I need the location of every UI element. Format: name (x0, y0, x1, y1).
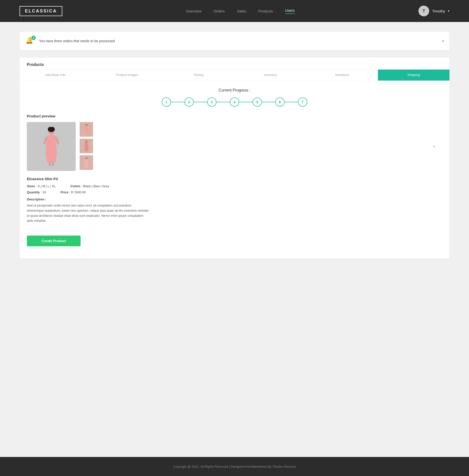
header: ELCASSICA Overview Orders Sales Products… (0, 0, 469, 22)
tab-shipping[interactable]: Shipping (378, 70, 450, 80)
description-text: Sed ut perspiciatis unde omnis iste natu… (27, 203, 149, 223)
nav-sales[interactable]: Sales (237, 9, 246, 13)
progress-section: Current Progress : 1 2 3 4 5 6 7 (19, 81, 450, 109)
step-5: 5 (252, 97, 262, 107)
step-4: 4 (230, 97, 239, 107)
step-6: 6 (275, 97, 285, 107)
nav-overview[interactable]: Overview (186, 9, 201, 13)
thumbnail-images (80, 122, 93, 171)
price-value: R 1500.00 (71, 190, 86, 194)
main-product-image (27, 122, 76, 171)
thumb-svg-3 (83, 157, 90, 168)
quantity-separator: : (41, 190, 42, 194)
close-icon[interactable]: × (442, 38, 445, 44)
price-separator: : (69, 190, 71, 194)
progress-steps: 1 2 3 4 5 6 7 (29, 97, 440, 107)
thumb-2 (80, 139, 93, 153)
main-content: 🔔 3 You have three orders that needs to … (0, 22, 469, 457)
dress-svg-main (37, 127, 66, 166)
product-name: Elcassica Slim Fit (27, 177, 442, 181)
price-detail: Price : R 1500.00 (61, 190, 86, 194)
step-7: 7 (298, 97, 307, 107)
sizes-label: Sizes (27, 184, 35, 188)
quantity-detail: Quantity : 18 (27, 190, 46, 194)
progress-label: Current Progress : (29, 88, 440, 93)
footer: Copyright @ 2021. All Rights Reserved | … (0, 457, 469, 476)
footer-text: Copyright @ 2021. All Rights Reserved | … (173, 465, 296, 468)
sizes-colors-row: Sizes : S | M | L | XL Colors : Black | … (27, 184, 442, 188)
quantity-value: 18 (43, 190, 46, 194)
sizes-value: S | M | L | XL (38, 184, 56, 188)
avatar: T (419, 6, 429, 16)
step-tabs: Add Basic Info Product Images Pricing In… (19, 70, 450, 81)
description-label-text: Description (27, 197, 44, 201)
description-label: Description : (27, 197, 442, 201)
nav-orders[interactable]: Orders (214, 9, 225, 13)
products-title: Products (19, 58, 450, 70)
main-nav: Overview Orders Sales Products Users (186, 8, 295, 14)
logo[interactable]: ELCASSICA (19, 6, 62, 16)
sizes-detail: Sizes : S | M | L | XL (27, 184, 56, 188)
nav-products[interactable]: Products (258, 9, 273, 13)
tab-inventory[interactable]: Inventory (234, 70, 306, 80)
step-line-1 (171, 102, 184, 102)
nav-users[interactable]: Users (285, 8, 295, 14)
svg-rect-2 (49, 162, 51, 166)
price-label: Price (61, 190, 68, 194)
notification-message: You have three orders that needs to be p… (39, 39, 444, 43)
step-line-5 (262, 102, 275, 102)
notification-icon-wrap: 🔔 3 (25, 37, 34, 45)
tab-add-basic-info[interactable]: Add Basic Info (19, 70, 91, 80)
thumb-1 (80, 122, 93, 137)
colors-detail: Colors : Black | Blue | Grey (70, 184, 109, 188)
step-line-6 (285, 102, 298, 102)
product-preview-section: Product preview (19, 109, 450, 228)
step-line-2 (194, 102, 207, 102)
svg-rect-3 (52, 162, 54, 166)
preview-right: ▾ (97, 122, 442, 171)
description-colon: : (45, 197, 46, 201)
user-area: T Timothy ▾ (419, 6, 450, 16)
username: Timothy (432, 9, 445, 13)
thumb-svg-2 (83, 140, 90, 152)
step-1: 1 (162, 97, 171, 107)
tab-variations[interactable]: Variations (306, 70, 378, 80)
colors-value: Black | Blue | Grey (83, 184, 109, 188)
tab-product-images[interactable]: Product Images (91, 70, 163, 80)
description-section: Description : Sed ut perspiciatis unde o… (27, 197, 442, 223)
create-product-button[interactable]: Create Product (27, 236, 81, 246)
quantity-label: Quantity (27, 190, 40, 194)
thumb-svg-1 (83, 124, 90, 135)
user-dropdown-icon[interactable]: ▾ (448, 9, 450, 13)
colors-separator: : (81, 184, 83, 188)
step-3: 3 (207, 97, 217, 107)
notification-banner: 🔔 3 You have three orders that needs to … (19, 32, 450, 50)
step-line-4 (239, 102, 252, 102)
colors-label: Colors (70, 184, 80, 188)
product-preview-title: Product preview (27, 114, 442, 118)
products-card: Products Add Basic Info Product Images P… (19, 58, 450, 258)
quantity-price-row: Quantity : 18 Price : R 1500.00 (27, 190, 442, 194)
tab-pricing[interactable]: Pricing (163, 70, 234, 80)
step-2: 2 (184, 97, 194, 107)
step-line-3 (217, 102, 230, 102)
chevron-down-icon[interactable]: ▾ (433, 145, 435, 148)
thumb-3 (80, 155, 93, 170)
logo-text: ELCASSICA (25, 9, 57, 14)
notification-badge: 3 (31, 36, 36, 40)
preview-images: ▾ (27, 122, 442, 171)
